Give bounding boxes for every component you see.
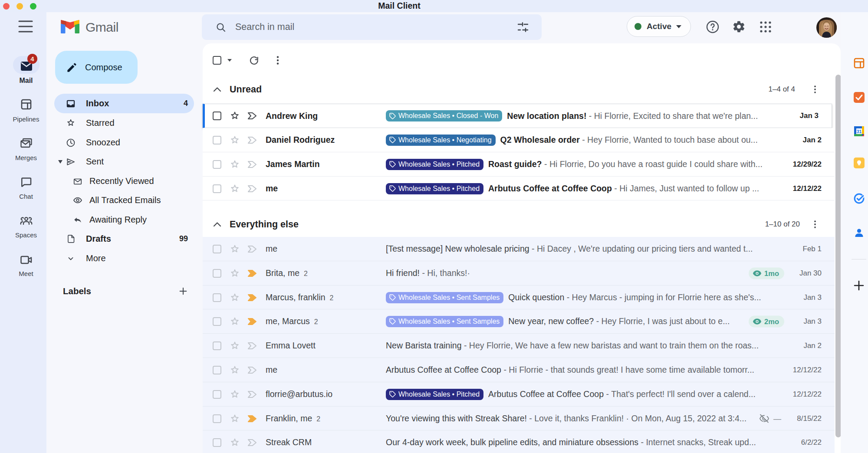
svg-text:31: 31 <box>857 129 862 134</box>
